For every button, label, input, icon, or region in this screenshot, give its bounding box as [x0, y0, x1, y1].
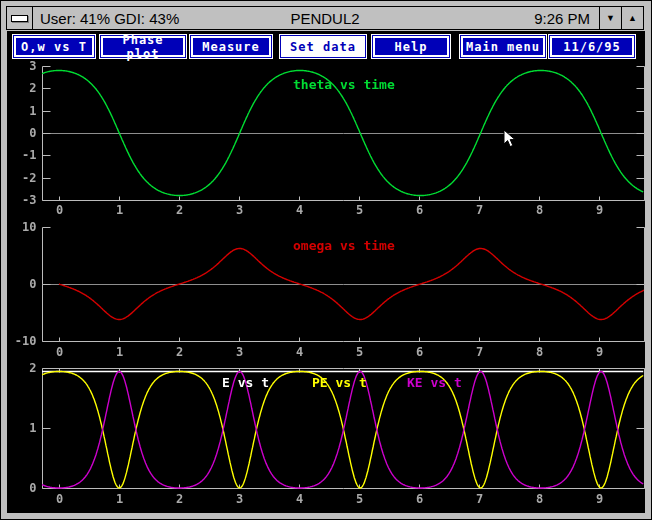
clock-text: 9:26 PM — [534, 10, 590, 27]
maximize-button[interactable]: ▲ — [621, 7, 643, 29]
chart3-label-ke-vs-t: KE vs t — [407, 375, 462, 390]
client-area: O,w vs T Phase plot Measure Set data Hel… — [7, 31, 645, 513]
menu-button-help[interactable]: Help — [373, 36, 449, 57]
down-arrow-icon: ▼ — [606, 14, 615, 23]
titlebar-controls: 9:26 PM ▼ ▲ — [534, 7, 643, 29]
chart1-label-theta-vs-time: theta vs time — [293, 77, 395, 92]
menu-button-main-menu[interactable]: Main menu — [461, 36, 545, 57]
chart3-label-pe-vs-t: PE vs t — [312, 375, 367, 390]
chart3-label-e-vs-t: E vs t — [222, 375, 269, 390]
system-menu-dash-icon — [11, 15, 28, 22]
title-bar: User: 41% GDI: 43% PENDUL2 9:26 PM ▼ ▲ — [6, 6, 644, 30]
system-menu-button[interactable] — [7, 7, 33, 29]
menu-button-o-w-vs-t[interactable]: O,w vs T — [14, 36, 94, 57]
mouse-cursor — [503, 129, 516, 148]
menu-button-phase-plot[interactable]: Phase plot — [101, 36, 185, 57]
app-window: User: 41% GDI: 43% PENDUL2 9:26 PM ▼ ▲ O… — [0, 0, 652, 520]
chart2-label-omega-vs-time: omega vs time — [293, 238, 395, 253]
menu-button-set-data[interactable]: Set data — [281, 36, 365, 57]
menu-bar: O,w vs T Phase plot Measure Set data Hel… — [7, 31, 645, 60]
menu-button-measure[interactable]: Measure — [191, 36, 271, 57]
minimize-button[interactable]: ▼ — [599, 7, 621, 29]
up-arrow-icon: ▲ — [628, 14, 637, 23]
resource-usage-text: User: 41% GDI: 43% — [40, 10, 179, 27]
charts-canvas — [7, 60, 645, 513]
menu-button-date[interactable]: 11/6/95 — [550, 36, 634, 57]
